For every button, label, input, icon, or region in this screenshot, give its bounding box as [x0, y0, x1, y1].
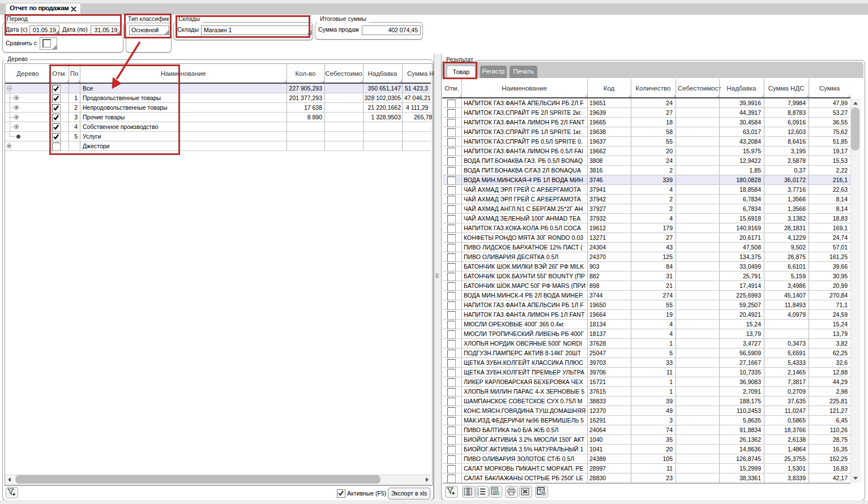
svg-text:3: 3: [477, 493, 479, 496]
